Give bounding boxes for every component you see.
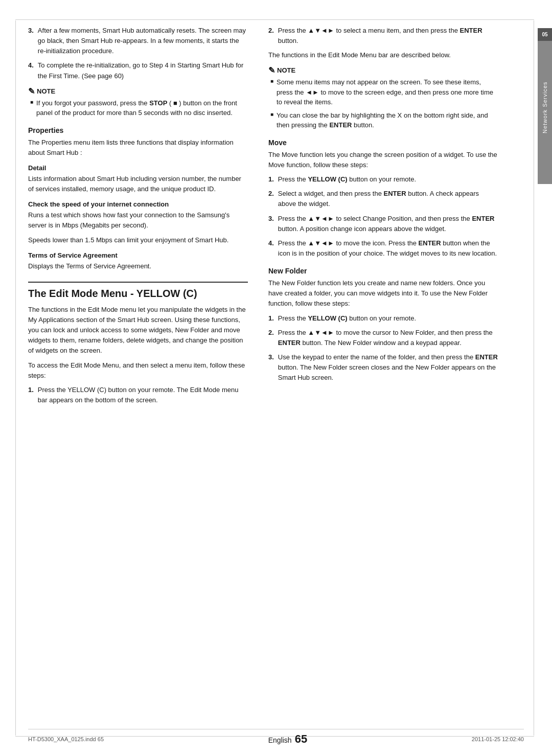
note-text: Some menu items may not appear on the sc… <box>277 77 498 107</box>
bar-description: The functions in the Edit Mode Menu bar … <box>268 50 498 60</box>
step-number: 1. <box>268 174 274 185</box>
edit-mode-heading: The Edit Mode Menu - YELLOW (C) <box>28 282 248 300</box>
note-box-right: ✎ NOTE ■ Some menu items may not appear … <box>268 65 498 130</box>
list-item: 1. Press the YELLOW (C) button on your r… <box>268 174 498 185</box>
step-text: Press the YELLOW (C) button on your remo… <box>38 385 248 405</box>
move-heading: Move <box>268 139 498 147</box>
edit-mode-step2: 2. Press the ▲▼◄► to select a menu item,… <box>268 26 498 46</box>
note-title: ✎ NOTE <box>268 65 498 75</box>
top-border <box>15 19 534 20</box>
note-item: ■ Some menu items may not appear on the … <box>268 77 498 107</box>
move-steps: 1. Press the YELLOW (C) button on your r… <box>268 174 498 259</box>
note-icon: ✎ <box>268 65 275 75</box>
main-content: 3. After a few moments, Smart Hub automa… <box>28 26 524 730</box>
step-number: 2. <box>268 328 274 348</box>
item-text: After a few moments, Smart Hub automatic… <box>38 26 248 56</box>
check-speed-text1: Runs a test which shows how fast your co… <box>28 210 248 231</box>
step-text: Press the YELLOW (C) button on your remo… <box>278 174 416 185</box>
step-text: Press the ▲▼◄► to select Change Position… <box>278 214 498 234</box>
footer-file-name: HT-D5300_XAA_0125.indd 65 <box>28 736 104 742</box>
step-text: Select a widget, and then press the ENTE… <box>278 189 498 209</box>
step-text: Press the ▲▼◄► to select a menu item, an… <box>278 26 498 46</box>
page-container: 05 Network Services 3. After a few momen… <box>0 0 552 756</box>
note-bullet: ■ <box>270 78 273 107</box>
note-item: ■ You can close the bar by highlighting … <box>268 110 498 130</box>
list-item: 2. Select a widget, and then press the E… <box>268 189 498 209</box>
properties-heading: Properties <box>28 126 248 134</box>
properties-intro: The Properties menu item lists three fun… <box>28 138 248 158</box>
step-number: 2. <box>268 26 274 46</box>
edit-mode-intro: The functions in the Edit Mode menu let … <box>28 305 248 356</box>
list-item: 4. To complete the re-initialization, go… <box>28 60 248 81</box>
list-item: 3. After a few moments, Smart Hub automa… <box>28 26 248 56</box>
step-number: 3. <box>268 352 274 383</box>
step-number: 1. <box>28 385 34 405</box>
numbered-list-top: 3. After a few moments, Smart Hub automa… <box>28 26 248 81</box>
step-number: 1. <box>268 313 274 324</box>
list-item: 3. Press the ▲▼◄► to select Change Posit… <box>268 214 498 234</box>
note-text: If you forgot your password, press the S… <box>36 98 248 118</box>
chapter-title-tab: Network Services <box>538 31 552 184</box>
list-item: 1. Press the YELLOW (C) button on your r… <box>268 313 498 324</box>
list-item: 4. Press the ▲▼◄► to move the icon. Pres… <box>268 238 498 259</box>
new-folder-steps: 1. Press the YELLOW (C) button on your r… <box>268 313 498 383</box>
left-border <box>15 20 16 736</box>
terms-heading: Terms of Service Agreement <box>28 251 248 259</box>
edit-mode-access: To access the Edit Mode Menu, and then s… <box>28 360 248 381</box>
new-folder-heading: New Folder <box>268 267 498 275</box>
page-footer: HT-D5300_XAA_0125.indd 65 English 65 201… <box>28 729 524 746</box>
left-column: 3. After a few moments, Smart Hub automa… <box>28 26 248 409</box>
detail-text: Lists information about Smart Hub includ… <box>28 174 248 194</box>
right-column: 2. Press the ▲▼◄► to select a menu item,… <box>268 26 498 409</box>
note-title: ✎ NOTE <box>28 86 248 96</box>
step-text: Press the YELLOW (C) button on your remo… <box>278 313 416 324</box>
right-border <box>534 20 534 736</box>
note-icon: ✎ <box>28 86 35 96</box>
note-bullet: ■ <box>270 111 273 130</box>
note-bullet: ■ <box>30 99 33 118</box>
two-column-layout: 3. After a few moments, Smart Hub automa… <box>28 26 524 409</box>
page-language: English <box>268 736 292 744</box>
note-text: You can close the bar by highlighting th… <box>277 110 498 130</box>
new-folder-intro: The New Folder function lets you create … <box>268 278 498 309</box>
item-text: To complete the re-initialization, go to… <box>38 60 248 81</box>
step-number: 4. <box>268 238 274 259</box>
note-item: ■ If you forgot your password, press the… <box>28 98 248 118</box>
list-item: 2. Press the ▲▼◄► to move the cursor to … <box>268 328 498 348</box>
list-item: 2. Press the ▲▼◄► to select a menu item,… <box>268 26 498 46</box>
list-item: 1. Press the YELLOW (C) button on your r… <box>28 385 248 405</box>
step-text: Use the keypad to enter the name of the … <box>278 352 498 383</box>
note-box: ✎ NOTE ■ If you forgot your password, pr… <box>28 86 248 118</box>
terms-text: Displays the Terms of Service Agreement. <box>28 261 248 271</box>
footer-date: 2011-01-25 12:02:40 <box>472 736 524 742</box>
page-number-area: English 65 <box>268 732 307 746</box>
check-speed-heading: Check the speed of your internet connect… <box>28 200 248 208</box>
check-speed-text2: Speeds lower than 1.5 Mbps can limit you… <box>28 235 248 245</box>
move-intro: The Move function lets you change the sc… <box>268 150 498 170</box>
page-number: 65 <box>295 732 307 746</box>
step-text: Press the ▲▼◄► to move the icon. Press t… <box>278 238 498 259</box>
step-number: 2. <box>268 189 274 209</box>
step-number: 3. <box>268 214 274 234</box>
edit-mode-steps: 1. Press the YELLOW (C) button on your r… <box>28 385 248 405</box>
step-text: Press the ▲▼◄► to move the cursor to New… <box>278 328 498 348</box>
item-number: 3. <box>28 26 34 56</box>
item-number: 4. <box>28 60 34 81</box>
detail-heading: Detail <box>28 164 248 172</box>
list-item: 3. Use the keypad to enter the name of t… <box>268 352 498 383</box>
